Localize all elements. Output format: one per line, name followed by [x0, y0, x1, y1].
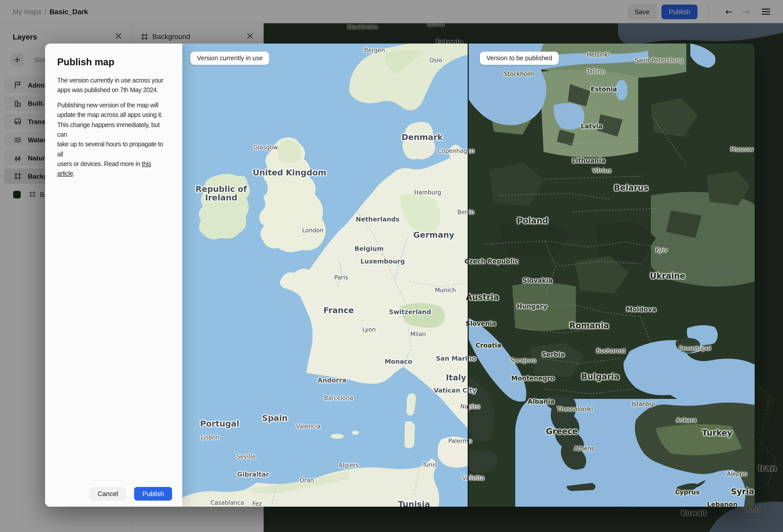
- map-label: Istanbul: [632, 401, 655, 407]
- dialog-footer: Cancel Publish: [90, 487, 172, 501]
- map-label: Netherlands: [356, 216, 400, 222]
- publish-compare-panel: BergenOsloGlasgowDenmarkCopenhagenUnited…: [45, 43, 755, 507]
- map-label: Bulgaria: [581, 373, 620, 381]
- dark-map-labels: HelsinkiSaint PetersburgStockholmTallinn…: [469, 43, 755, 507]
- map-label: Ukraine: [650, 272, 685, 281]
- cancel-button[interactable]: Cancel: [90, 487, 126, 501]
- map-label: Luxembourg: [361, 258, 405, 264]
- map-label: Casablanca: [211, 500, 244, 506]
- map-label: Paris: [334, 274, 348, 280]
- map-label: Latvia: [581, 123, 603, 129]
- map-label: Lyon: [363, 326, 376, 333]
- map-label: Portugal: [200, 420, 240, 429]
- version-published-chip: Version to be published: [480, 52, 559, 65]
- map-label: Lebanon: [707, 501, 738, 507]
- map-label: Montenegro: [511, 375, 555, 381]
- map-label: Hungary: [517, 303, 547, 310]
- map-label: Fez: [252, 501, 262, 507]
- map-label: France: [323, 307, 354, 315]
- map-label: Switzerland: [389, 309, 431, 315]
- map-label: Germany: [413, 231, 454, 240]
- dialog-publish-button[interactable]: Publish: [134, 487, 172, 501]
- map-label: Bergen: [364, 47, 385, 53]
- map-label: Saint Petersburg: [635, 57, 683, 63]
- map-label: Albania: [528, 398, 555, 405]
- map-label: Milan: [410, 331, 426, 337]
- map-label: Aleppo: [727, 471, 747, 477]
- map-label: United Kingdom: [253, 169, 326, 178]
- version-current-chip: Version currently in use: [190, 52, 269, 65]
- map-label: Croatia: [475, 342, 501, 348]
- map-label: Syria: [731, 488, 754, 496]
- map-label: Spain: [262, 414, 287, 423]
- dialog-title: Publish map: [57, 57, 170, 68]
- map-label: Oslo: [430, 57, 442, 63]
- dialog-paragraph-2-text: Publishing new version of the map will u…: [57, 102, 163, 168]
- map-label: Barcelona: [324, 395, 353, 401]
- map-label: Italy: [446, 374, 466, 382]
- map-label: Estonia: [591, 86, 617, 92]
- map-label: Czech Republic: [465, 258, 519, 264]
- map-label: Monaco: [385, 358, 412, 365]
- dialog-paragraph-2: Publishing new version of the map will u…: [57, 101, 170, 179]
- map-label: Belarus: [614, 184, 648, 193]
- map-label: Belgium: [354, 245, 384, 252]
- map-version-published[interactable]: HelsinkiSaint PetersburgStockholmTallinn…: [469, 43, 755, 507]
- map-label: Slovakia: [523, 277, 553, 284]
- map-label: Helsinki: [587, 52, 610, 58]
- map-label: Greece: [546, 428, 578, 436]
- map-label: Tunis: [422, 462, 437, 468]
- map-label: Tunisia: [398, 500, 430, 507]
- map-label: Thessaloniki: [557, 406, 593, 412]
- map-label: Stockholm: [504, 71, 534, 77]
- map-label: Athens: [574, 445, 594, 451]
- map-label: Moscow: [730, 146, 753, 152]
- map-label: Denmark: [401, 133, 443, 142]
- map-label: Romania: [569, 322, 609, 330]
- map-label: Austria: [466, 293, 499, 302]
- map-label: Sevastopol: [679, 345, 711, 351]
- map-label: Seville: [237, 453, 256, 460]
- map-label: Cyprus: [675, 489, 700, 495]
- map-label: Gibraltar: [237, 471, 269, 477]
- map-label: Bucharest: [596, 348, 626, 354]
- publish-map-dialog: Publish map The version currently in use…: [45, 43, 182, 507]
- map-label: Tallinn: [587, 68, 605, 74]
- map-label: Oran: [300, 477, 314, 483]
- map-label: Vilnius: [592, 167, 612, 174]
- map-label: Slovenia: [466, 320, 496, 327]
- map-label: Moldova: [626, 306, 656, 313]
- map-version-current[interactable]: BergenOsloGlasgowDenmarkCopenhagenUnited…: [182, 43, 468, 507]
- map-compare-divider: [468, 43, 469, 507]
- map-label: Kyiv: [655, 247, 667, 253]
- map-label: Valencia: [296, 423, 320, 429]
- map-label: Republic of Ireland: [196, 185, 247, 202]
- map-label: Lisbon: [201, 434, 219, 440]
- map-label: Poland: [517, 217, 548, 225]
- map-label: Glasgow: [253, 144, 278, 150]
- map-label: Andorra: [318, 377, 346, 383]
- dialog-paragraph-1: The version currently in use across your…: [57, 76, 170, 96]
- dialog-paragraph-2-suffix: .: [73, 170, 75, 178]
- map-label: Serbia: [542, 351, 565, 357]
- map-label: Algiers: [339, 462, 359, 468]
- map-label: Munich: [435, 287, 456, 293]
- map-label: Sarajevo: [511, 357, 536, 364]
- app-window: StockholmTallinnEstoniaIranKuwaitShiraz …: [0, 0, 783, 532]
- map-label: London: [302, 227, 323, 233]
- map-label: Hamburg: [414, 189, 441, 195]
- map-label: Lithuania: [572, 157, 605, 164]
- map-label: Ankara: [676, 417, 697, 423]
- map-label: Turkey: [702, 429, 732, 438]
- light-map-labels: BergenOsloGlasgowDenmarkCopenhagenUnited…: [182, 43, 468, 507]
